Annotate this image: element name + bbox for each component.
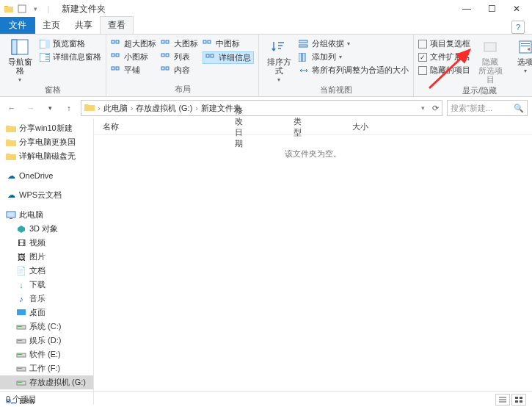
tree-item[interactable]: 此电脑 [0,208,93,222]
close-button[interactable]: ✕ [504,1,529,16]
up-button[interactable]: ↑ [62,101,76,115]
groupby-button[interactable]: 分组依据 ▾ [299,38,409,49]
view-details-button[interactable] [495,394,510,406]
crumb[interactable]: 此电脑 [103,103,128,114]
svg-rect-40 [17,353,26,357]
preview-pane-button[interactable]: 预览窗格 [40,38,101,49]
empty-message: 该文件夹为空。 [94,148,532,159]
tab-file[interactable]: 文件 [0,17,35,34]
tree-item[interactable]: 软件 (E:) [0,347,93,361]
svg-rect-7 [45,57,49,57]
svg-rect-16 [166,40,169,43]
doc-icon: 📄 [16,266,26,276]
ribbon-group-panes: 导航窗格 ▾ 预览窗格 详细信息窗格 窗格 [0,35,106,96]
col-size[interactable]: 大小 [352,121,412,132]
tree-item[interactable]: 📄文档 [0,264,93,278]
checkbox-item-checkbox[interactable]: 项目复选框 [418,38,470,49]
tree-item[interactable]: ↓下载 [0,278,93,292]
tree-item[interactable]: 系统 (C:) [0,320,93,334]
svg-rect-34 [10,218,12,219]
checkbox-file-ext[interactable]: ✓ 文件扩展名 [418,51,470,62]
tree-item[interactable]: 桌面 [0,306,93,320]
ribbon-group-showhide: 项目复选框 ✓ 文件扩展名 隐藏的项目 隐藏 所选项目 选项 ▾ [414,35,532,96]
nav-pane-icon [11,38,29,56]
layout-option[interactable]: 平铺 [111,65,156,76]
minimize-button[interactable]: — [454,1,479,16]
qa-dropdown-icon[interactable]: ▾ [29,3,41,15]
crumb-sep: › [195,104,198,112]
sort-label: 排序方式 [263,57,294,75]
svg-rect-32 [521,46,530,46]
tree-item[interactable]: 分享win10新建 [0,121,93,135]
title-bar: ▾ | 新建文件夹 — ☐ ✕ [0,0,532,18]
refresh-button[interactable]: ⟳ [432,104,439,113]
search-box[interactable]: 搜索"新建... 🔍 [447,100,528,116]
sort-button[interactable]: 排序方式 ▾ [263,37,294,83]
options-button[interactable]: 选项 ▾ [510,37,532,84]
back-button[interactable]: ← [4,101,19,115]
layout-icon [161,39,171,49]
svg-rect-11 [112,54,114,57]
view-icons-button[interactable] [511,394,526,406]
addcols-button[interactable]: 添加列 ▾ [299,51,409,62]
drive-icon [16,364,26,374]
svg-rect-20 [166,67,169,70]
qa-save-icon[interactable] [16,3,28,15]
nav-tree[interactable]: 分享win10新建分享电脑更换国详解电脑磁盘无☁OneDrive☁WPS云文档此… [0,119,94,404]
details-pane-icon [40,52,50,62]
tree-item[interactable]: 分享电脑更换国 [0,135,93,149]
layout-option[interactable]: 超大图标 [111,38,156,49]
drive-icon [16,322,26,332]
layout-option[interactable]: 内容 [161,65,198,76]
svg-rect-45 [18,382,22,383]
tab-view[interactable]: 查看 [100,16,134,34]
tree-item[interactable]: ☁OneDrive [0,169,93,182]
crumb[interactable]: 存放虚拟机 (G:) [136,103,192,114]
help-button[interactable]: ? [511,21,525,34]
svg-rect-13 [112,67,114,70]
svg-rect-21 [203,40,206,43]
layout-icon [111,52,121,62]
tree-item[interactable]: 🖼图片 [0,250,93,264]
groupby-label: 分组依据 [312,38,344,49]
layout-option[interactable]: 列表 [161,51,198,62]
autosize-button[interactable]: 将所有列调整为合适的大小 [299,65,409,76]
nav-pane-button[interactable]: 导航窗格 ▾ [4,37,35,83]
main-area: 分享win10新建分享电脑更换国详解电脑磁盘无☁OneDrive☁WPS云文档此… [0,119,532,404]
tab-share[interactable]: 共享 [68,16,100,34]
details-pane-button[interactable]: 详细信息窗格 [40,51,101,62]
layout-option[interactable]: 小图标 [111,51,156,62]
col-name[interactable]: 名称 [103,121,235,132]
maximize-button[interactable]: ☐ [479,1,504,16]
tree-item[interactable]: 存放虚拟机 (G:) [0,375,93,389]
tree-item[interactable]: ☁WPS云文档 [0,188,93,202]
tree-item-label: 工作 (F:) [29,363,60,374]
tree-item[interactable]: 3D 对象 [0,222,93,236]
svg-rect-27 [299,53,302,62]
layout-option[interactable]: 中图标 [203,38,254,49]
autosize-icon [299,65,309,76]
forward-button[interactable]: → [23,101,38,115]
group-showhide-label: 显示/隐藏 [418,84,532,98]
chk-item-checkbox-label: 项目复选框 [430,38,470,49]
tree-item[interactable]: ♪音乐 [0,292,93,306]
chevron-down-icon: ▾ [277,76,280,83]
col-type[interactable]: 类型 [294,116,352,138]
checkbox-hidden[interactable]: 隐藏的项目 [418,65,470,76]
hide-label: 隐藏 所选项目 [475,57,506,84]
col-date[interactable]: 修改日期 [235,105,294,149]
tab-home[interactable]: 主页 [35,16,68,34]
tree-item[interactable]: 娱乐 (D:) [0,334,93,347]
tree-item[interactable]: 详解电脑磁盘无 [0,149,93,163]
tree-item[interactable]: 🎞视频 [0,236,93,250]
layout-option[interactable]: 详细信息 [203,51,254,64]
svg-rect-37 [18,326,22,327]
layout-icon [203,39,213,49]
recent-dropdown[interactable]: ▾ [43,101,57,115]
layout-option[interactable]: 大图标 [161,38,198,49]
column-headers: 名称 修改日期 类型 大小 [94,119,532,135]
address-dropdown[interactable]: ▾ [421,104,425,112]
tree-item-label: 下载 [29,279,45,290]
hide-selected-button[interactable]: 隐藏 所选项目 [475,37,506,84]
tree-item[interactable]: 工作 (F:) [0,361,93,375]
